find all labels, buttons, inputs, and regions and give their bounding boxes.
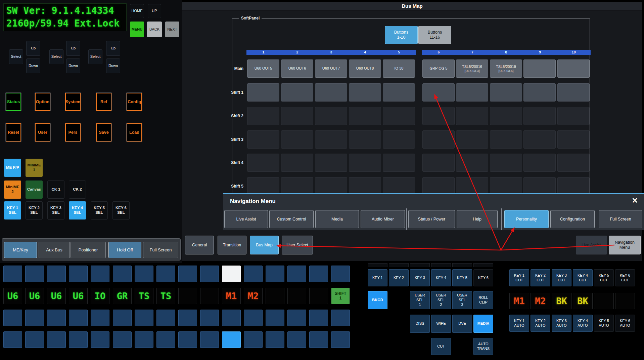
nav-item-status-power[interactable]: Status / Power — [408, 210, 455, 228]
trans-media[interactable]: MEDIA — [473, 315, 493, 333]
bus-cell-shift-4-2[interactable] — [281, 154, 313, 172]
nav-item-full-screen[interactable]: Full Screen — [599, 210, 642, 228]
bus-cell-main-10[interactable] — [557, 59, 590, 78]
xpt-button-r4-14[interactable] — [287, 331, 306, 348]
bus-cell-shift-1-8[interactable] — [490, 83, 522, 102]
trans-auto-trans[interactable]: AUTOTRANS — [473, 338, 493, 355]
live-assist-button[interactable]: Live Assist — [576, 236, 607, 254]
xpt-button-r3-3[interactable] — [47, 310, 66, 326]
xpt-button-r3-1[interactable] — [3, 310, 22, 326]
bus-cell-shift-3-6[interactable] — [422, 130, 455, 149]
xpt-button-r4-11[interactable] — [222, 331, 241, 348]
menu-key-status[interactable]: Status — [6, 93, 21, 111]
bus-cell-main-1[interactable]: U60 OUT5 — [247, 59, 279, 78]
keyer-key-3-auto[interactable]: KEY 3AUTO — [552, 315, 571, 332]
trans-dve[interactable]: DVE — [452, 315, 472, 333]
xpt-button-r1-12[interactable] — [244, 266, 263, 282]
xpt-button-r3-5[interactable] — [91, 310, 109, 326]
key-sel-button-1[interactable]: KEY 1SEL — [4, 201, 21, 219]
bus-cell-shift-2-4[interactable] — [349, 107, 381, 125]
bus-cell-shift-4-10[interactable] — [557, 154, 590, 172]
xpt-button-r3-9[interactable] — [178, 310, 197, 326]
xpt-button-r4-15[interactable] — [309, 331, 328, 348]
menu-key-config[interactable]: Config — [127, 93, 142, 111]
bus-cell-main-8[interactable]: TSL5/20019[ULX 03.6] — [490, 59, 522, 78]
keyer-key-2-auto[interactable]: KEY 2AUTO — [531, 315, 550, 332]
bus-cell-shift-3-5[interactable] — [383, 130, 415, 149]
mode-button-positioner[interactable]: Positioner — [71, 242, 106, 258]
me-button-minime-1[interactable]: MiniME1 — [26, 159, 43, 177]
xpt-button-r3-14[interactable] — [287, 310, 306, 326]
xpt-button-r1-14[interactable] — [287, 266, 306, 282]
xpt-button-r3-7[interactable] — [135, 310, 153, 326]
down-arrow-button-1[interactable]: Down — [26, 58, 40, 73]
bus-cell-shift-5-6[interactable] — [422, 177, 455, 195]
bus-cell-shift-5-3[interactable] — [315, 177, 347, 195]
bus-cell-shift-3-10[interactable] — [557, 130, 590, 149]
bus-cell-shift-2-1[interactable] — [247, 107, 279, 125]
navigation-menu-button[interactable]: NavigationMenu — [609, 236, 641, 254]
nav-item-configuration[interactable]: Configuration — [550, 210, 595, 228]
me-button-me-p-p[interactable]: ME P/P — [4, 159, 21, 177]
xpt-button-r1-2[interactable] — [25, 266, 44, 282]
bus-cell-main-4[interactable]: U60 OUT8 — [349, 59, 381, 78]
keyer-key-3-cut[interactable]: KEY 3CUT — [552, 269, 571, 286]
me-button-ck-1[interactable]: CK 1 — [47, 181, 64, 199]
xpt-button-r4-6[interactable] — [113, 331, 132, 348]
trans-key-2[interactable]: KEY 2 — [389, 269, 409, 286]
xpt-button-r3-11[interactable] — [222, 310, 241, 326]
xpt-button-r4-12[interactable] — [244, 331, 263, 348]
bus-cell-main-3[interactable]: U60 OUT7 — [315, 59, 347, 78]
xpt-button-r3-4[interactable] — [69, 310, 88, 326]
select-button-1[interactable]: Select — [9, 49, 23, 64]
xpt-button-r4-1[interactable] — [3, 331, 22, 348]
nav-item-help[interactable]: Help — [457, 210, 498, 228]
menu-key-option[interactable]: Option — [35, 93, 50, 111]
menu-key-load[interactable]: Load — [127, 123, 142, 142]
bus-cell-shift-4-9[interactable] — [523, 154, 556, 172]
bus-cell-shift-1-10[interactable] — [557, 83, 590, 102]
xpt-button-r3-6[interactable] — [113, 310, 132, 326]
menu-button[interactable]: MENU — [130, 22, 144, 37]
keyer-key-5-cut[interactable]: KEY 5CUT — [594, 269, 614, 286]
me-button-ck-2[interactable]: CK 2 — [69, 181, 86, 199]
up-button[interactable]: UP — [148, 4, 161, 18]
select-button-3[interactable]: Select — [88, 49, 102, 64]
xpt-button-r4-16[interactable] — [331, 331, 350, 348]
trans-key-5[interactable]: KEY 5 — [452, 269, 472, 286]
down-arrow-button-2[interactable]: Down — [66, 58, 80, 73]
key-sel-button-2[interactable]: KEY 2SEL — [26, 201, 43, 219]
keyer-key-6-auto[interactable]: KEY 6AUTO — [615, 315, 635, 332]
trans-user-sel-2[interactable]: USERSEL2 — [431, 291, 451, 309]
mode-button-me-key[interactable]: ME/Key — [4, 242, 37, 258]
xpt-button-r3-8[interactable] — [156, 310, 175, 326]
tab-bus-map[interactable]: Bus Map — [250, 236, 279, 254]
xpt-button-r4-8[interactable] — [156, 331, 175, 348]
bus-cell-shift-1-4[interactable] — [349, 83, 381, 102]
menu-key-ref[interactable]: Ref — [96, 93, 111, 111]
bus-cell-shift-2-6[interactable] — [422, 107, 455, 125]
menu-key-save[interactable]: Save — [96, 123, 111, 142]
bus-cell-shift-3-3[interactable] — [315, 130, 347, 149]
xpt-button-r1-4[interactable] — [69, 266, 88, 282]
keyer-key-1-cut[interactable]: KEY 1CUT — [509, 269, 529, 286]
trans-roll-clip[interactable]: ROLLCLIP — [473, 291, 493, 309]
me-button-canvas[interactable]: Canvas — [26, 181, 43, 199]
xpt-button-r3-15[interactable] — [309, 310, 328, 326]
nav-item-media[interactable]: Media — [315, 210, 359, 228]
trans-user-sel-1[interactable]: USERSEL1 — [410, 291, 430, 309]
tab-general[interactable]: General — [185, 236, 214, 254]
nav-item-custom-control[interactable]: Custom Control — [269, 210, 314, 228]
keyer-key-5-auto[interactable]: KEY 5AUTO — [594, 315, 614, 332]
bus-cell-main-9[interactable] — [523, 59, 556, 78]
xpt-button-r1-3[interactable] — [47, 266, 66, 282]
xpt-button-r1-6[interactable] — [113, 266, 132, 282]
keyer-key-4-cut[interactable]: KEY 4CUT — [573, 269, 593, 286]
keyer-key-4-auto[interactable]: KEY 4AUTO — [573, 315, 593, 332]
keyer-key-2-cut[interactable]: KEY 2CUT — [531, 269, 550, 286]
close-icon[interactable]: ✕ — [632, 196, 638, 205]
bus-cell-shift-2-3[interactable] — [315, 107, 347, 125]
mode-button-aux-bus[interactable]: Aux Bus — [39, 242, 70, 258]
xpt-button-r4-10[interactable] — [200, 331, 219, 348]
bus-cell-shift-2-7[interactable] — [456, 107, 488, 125]
